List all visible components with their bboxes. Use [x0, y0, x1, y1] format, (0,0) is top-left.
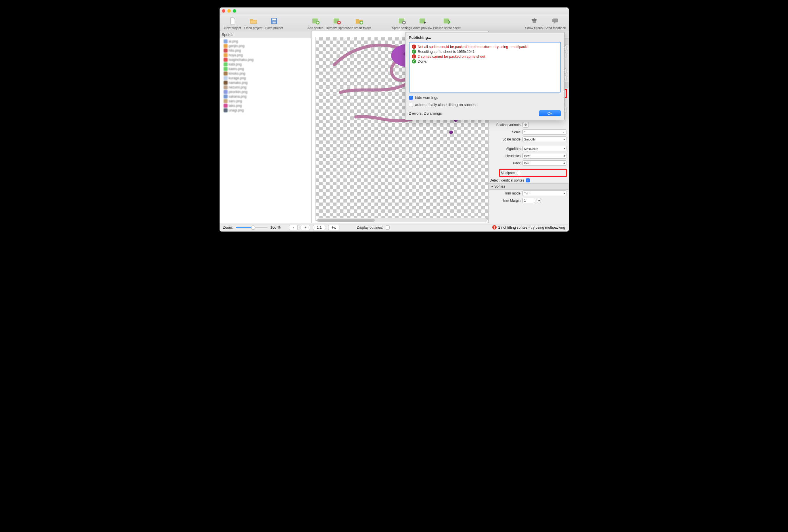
toolbar-label: Publish sprite sheet [433, 26, 461, 29]
list-item[interactable]: tako.png [221, 103, 310, 108]
list-item[interactable]: namako.png [221, 80, 310, 85]
auto-close-label: automatically close dialog on success [415, 103, 478, 107]
scale-select[interactable]: 1 [523, 129, 567, 135]
detect-identical-label: Detect identical sprites [490, 178, 525, 182]
show-tutorial-button[interactable]: Show tutorial [524, 17, 545, 29]
zoom-slider[interactable] [236, 227, 268, 228]
anim-preview-button[interactable]: Anim preview [412, 17, 433, 29]
list-item[interactable]: kaeru.png [221, 67, 310, 71]
scale-mode-select[interactable]: Smooth [523, 137, 567, 142]
list-item[interactable]: sakana.png [221, 94, 310, 99]
zoom-1-1-button[interactable]: 1:1 [313, 225, 325, 230]
zoom-value: 100 % [271, 225, 280, 229]
zoom-out-button[interactable]: - [289, 225, 298, 230]
list-item[interactable]: unagi.png [221, 108, 310, 112]
toolbar-label: Save project [265, 26, 283, 29]
zoom-label: Zoom: [223, 225, 233, 229]
list-item[interactable]: hito.png [221, 48, 310, 53]
svg-rect-2 [272, 22, 276, 24]
sprite-list[interactable]: ai.pnggenjin.pnghito.pnghoya.pngisoginch… [220, 38, 311, 114]
toolbar: New project Open project Save project Ad… [220, 14, 569, 31]
log-line: 2 sprites cannot be packed on sprite she… [412, 54, 558, 59]
list-item[interactable]: kinoko.png [221, 71, 310, 76]
detect-identical-checkbox[interactable]: ✓ [526, 178, 530, 182]
pack-select[interactable]: Best [523, 160, 567, 166]
ok-button[interactable]: Ok [539, 110, 561, 116]
list-item[interactable]: ai.png [221, 39, 310, 44]
send-feedback-button[interactable]: Send feedback [545, 17, 566, 29]
status-bar: Zoom: 100 % - + 1:1 Fit Display outlines… [220, 223, 569, 231]
open-project-button[interactable]: Open project [243, 17, 264, 29]
panel-title: Sprites [220, 31, 311, 38]
add-smart-folder-button[interactable]: Add smart folder [348, 17, 371, 29]
heuristics-label: Heuristics [491, 154, 521, 158]
toolbar-label: Open project [244, 26, 262, 29]
zoom-fit-button[interactable]: Fit [328, 225, 339, 230]
new-project-button[interactable]: New project [222, 17, 243, 29]
svg-point-23 [449, 130, 453, 134]
hide-warnings-label: hide warnings [415, 95, 438, 100]
save-project-button[interactable]: Save project [264, 17, 284, 29]
list-item[interactable]: isoginchaku.png [221, 58, 310, 62]
app-window: New project Open project Save project Ad… [220, 7, 569, 231]
list-item[interactable]: genjin.png [221, 44, 310, 48]
trim-mode-select[interactable]: Trim [523, 190, 567, 196]
sprite-settings-button[interactable]: Sprite settings [392, 17, 412, 29]
stepper-icon[interactable]: ▴▾ [537, 198, 541, 203]
list-item[interactable]: pirorikin.png [221, 89, 310, 94]
publishing-dialog: Publishing... Not all sprites could be p… [405, 32, 565, 120]
log-box: Not all sprites could be packed into the… [409, 42, 561, 93]
trim-margin-input[interactable]: 1 [523, 198, 535, 203]
scale-mode-label: Scale mode [491, 137, 521, 141]
error-icon [492, 225, 497, 229]
list-item[interactable]: hoya.png [221, 53, 310, 58]
publish-button[interactable]: Publish sprite sheet [433, 17, 461, 29]
algorithm-label: Algorithm [491, 147, 521, 151]
svg-rect-1 [272, 19, 276, 21]
error-icon [412, 44, 416, 49]
multipack-label: Multipack [501, 171, 516, 175]
horizontal-scrollbar[interactable] [317, 218, 487, 222]
pack-label: Pack [491, 161, 521, 165]
auto-close-checkbox[interactable] [409, 103, 413, 107]
canvas-panel: Publishing... Not all sprites could be p… [312, 31, 488, 223]
close-icon[interactable] [222, 9, 225, 13]
remove-sprites-button[interactable]: Remove sprites [326, 17, 348, 29]
svg-rect-13 [552, 19, 558, 22]
gear-icon[interactable]: ⚙ [523, 122, 529, 127]
trim-margin-label: Trim Margin [491, 199, 521, 203]
toolbar-label: Show tutorial [525, 26, 544, 29]
toolbar-label: Send feedback [545, 26, 566, 29]
zoom-icon[interactable] [233, 9, 236, 13]
titlebar[interactable] [220, 7, 569, 14]
hide-warnings-checkbox[interactable]: ✓ [409, 96, 413, 100]
trim-mode-label: Trim mode [491, 191, 521, 195]
toolbar-label: Remove sprites [326, 26, 348, 29]
toolbar-label: Sprite settings [392, 26, 412, 29]
dialog-summary: 2 errors, 2 warnings [409, 111, 442, 116]
svg-point-10 [403, 22, 405, 24]
check-icon [412, 59, 416, 63]
list-item[interactable]: kurage.png [221, 76, 310, 80]
log-line: Done. [412, 59, 558, 64]
minimize-icon[interactable] [227, 9, 231, 13]
svg-rect-12 [444, 19, 449, 24]
scale-label: Scale [491, 130, 521, 134]
group-sprites[interactable]: Sprites [489, 183, 569, 190]
list-item[interactable]: kabi.png [221, 62, 310, 67]
toolbar-label: Add smart folder [348, 26, 371, 29]
sprites-panel: Sprites ai.pnggenjin.pnghito.pnghoya.png… [220, 31, 312, 223]
dialog-title: Publishing... [409, 35, 561, 40]
toolbar-label: Add sprites [308, 26, 323, 29]
window-controls [222, 9, 236, 13]
algorithm-select[interactable]: MaxRects [523, 146, 567, 151]
multipack-highlight: Multipack [499, 169, 567, 177]
heuristics-select[interactable]: Best [523, 153, 567, 159]
multipack-checkbox[interactable] [517, 171, 521, 175]
display-outlines-checkbox[interactable] [386, 225, 390, 229]
zoom-in-button[interactable]: + [301, 225, 310, 230]
list-item[interactable]: nezumi.png [221, 85, 310, 89]
list-item[interactable]: saru.png [221, 99, 310, 103]
check-icon [412, 49, 416, 54]
add-sprites-button[interactable]: Add sprites [305, 17, 326, 29]
